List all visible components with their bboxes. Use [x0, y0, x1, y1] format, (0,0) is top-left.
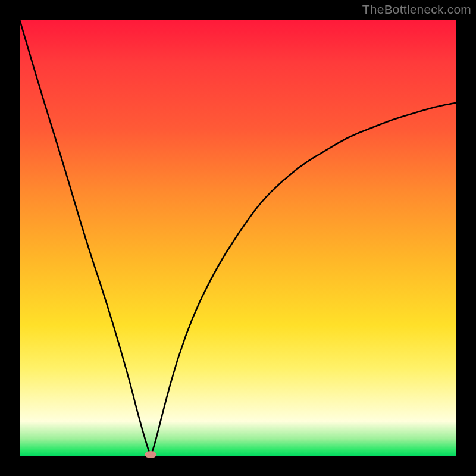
watermark-text: TheBottleneck.com	[362, 2, 471, 17]
chart-frame: TheBottleneck.com	[0, 0, 476, 476]
bottleneck-curve	[20, 20, 456, 453]
plot-area	[20, 20, 456, 456]
chart-svg	[20, 20, 456, 456]
min-marker	[145, 451, 156, 458]
